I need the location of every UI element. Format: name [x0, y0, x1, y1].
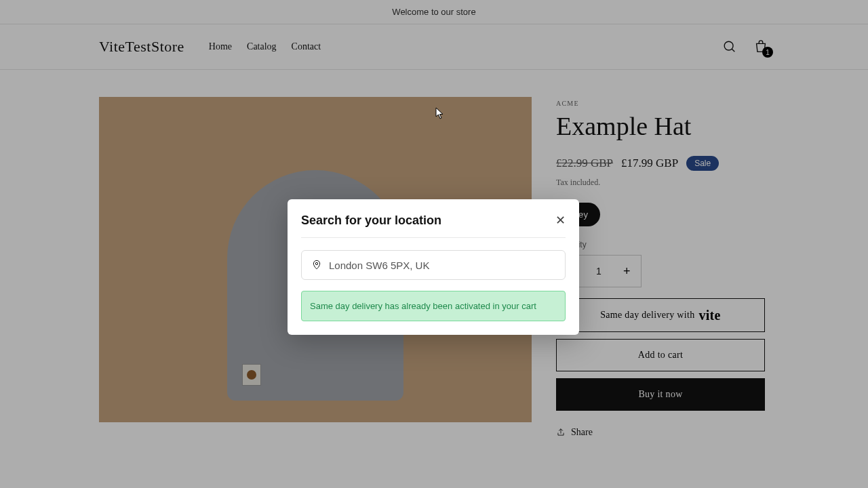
location-input[interactable]	[329, 260, 555, 271]
close-icon[interactable]: ✕	[555, 213, 566, 228]
location-modal: Search for your location ✕ Same day deli…	[288, 199, 579, 335]
modal-header: Search for your location ✕	[301, 213, 566, 238]
pin-icon	[311, 259, 322, 271]
mouse-cursor	[435, 107, 445, 119]
location-search-box[interactable]	[301, 250, 566, 280]
svg-point-2	[315, 262, 317, 264]
modal-title: Search for your location	[301, 214, 441, 228]
activation-alert: Same day delivery has already been activ…	[301, 291, 566, 321]
